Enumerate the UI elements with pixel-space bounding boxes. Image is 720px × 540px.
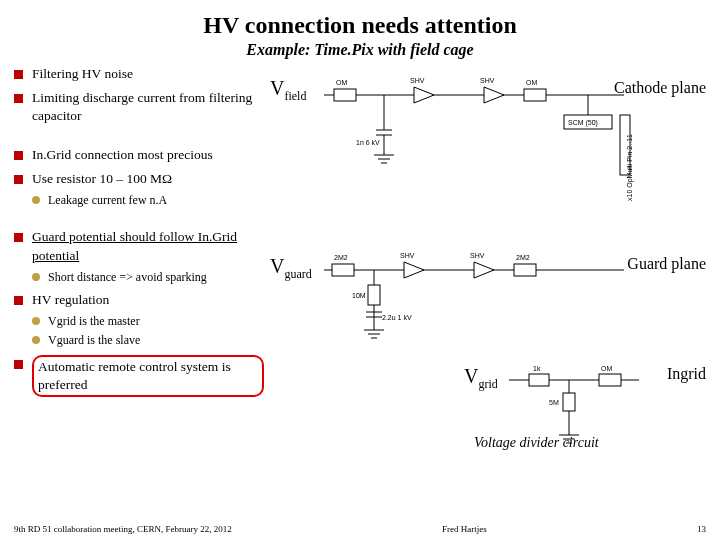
svg-text:2M2: 2M2 — [334, 254, 348, 261]
sub-bullet: Short distance => avoid sparking — [32, 269, 264, 285]
sub-bullet: Vgrid is the master — [32, 313, 264, 329]
svg-text:5M: 5M — [549, 399, 559, 406]
v-field-label: Vfield — [270, 77, 306, 104]
ingrid-label: Ingrid — [667, 365, 706, 383]
sub-bullet: Vguard is the slave — [32, 332, 264, 348]
svg-text:x10 OpMulti Pin 2..11: x10 OpMulti Pin 2..11 — [626, 134, 634, 201]
svg-text:OM: OM — [601, 365, 612, 372]
svg-rect-46 — [563, 393, 575, 411]
bullet-text: HV regulation — [32, 292, 109, 307]
page-title: HV connection needs attention — [14, 12, 706, 39]
svg-marker-25 — [404, 262, 424, 278]
subtitle: Example: Time.Pix with field cage — [14, 41, 706, 59]
svg-text:1n 6 kV: 1n 6 kV — [356, 139, 380, 146]
svg-text:OM: OM — [336, 79, 347, 86]
highlight-box: Automatic remote control system is prefe… — [32, 355, 264, 397]
svg-rect-7 — [524, 89, 546, 101]
v-guard-label: Vguard — [270, 255, 312, 282]
svg-text:SHV: SHV — [410, 77, 425, 84]
schematic-area: Vfield Vguard Vgrid Cathode plane Guard … — [264, 65, 706, 403]
svg-rect-43 — [599, 374, 621, 386]
svg-rect-32 — [368, 285, 380, 305]
svg-text:10M: 10M — [352, 292, 366, 299]
v-grid-label: Vgrid — [464, 365, 498, 392]
svg-rect-23 — [332, 264, 354, 276]
svg-text:SHV: SHV — [470, 252, 485, 259]
footer-right: 13 — [697, 524, 706, 534]
bullet: Use resistor 10 – 100 MΩ Leakage current… — [14, 170, 264, 208]
bullet-list: Filtering HV noise Limiting discharge cu… — [14, 65, 264, 403]
svg-rect-1 — [334, 89, 356, 101]
footer-center: Fred Hartjes — [442, 524, 487, 534]
svg-rect-29 — [514, 264, 536, 276]
svg-text:SHV: SHV — [400, 252, 415, 259]
cathode-circuit: OM SHV SHV OM 1n 6 kV — [324, 75, 634, 187]
footer-left: 9th RD 51 collaboration meeting, CERN, F… — [14, 524, 232, 534]
svg-text:2.2u 1 kV: 2.2u 1 kV — [382, 314, 412, 321]
svg-text:OM: OM — [526, 79, 537, 86]
guard-circuit: 2M2 SHV SHV 2M2 10M 2.2u 1 kV — [324, 250, 634, 352]
svg-text:2M2: 2M2 — [516, 254, 530, 261]
svg-marker-3 — [414, 87, 434, 103]
svg-text:SHV: SHV — [480, 77, 495, 84]
bullet-text: Use resistor 10 – 100 MΩ — [32, 171, 172, 186]
footer: 9th RD 51 collaboration meeting, CERN, F… — [14, 524, 706, 534]
svg-text:1k: 1k — [533, 365, 541, 372]
grid-circuit: 1k OM 5M — [509, 365, 649, 457]
svg-marker-5 — [484, 87, 504, 103]
bullet: In.Grid connection most precious — [14, 146, 264, 164]
sub-bullet: Leakage current few n.A — [32, 192, 264, 208]
bullet: Limiting discharge current from filterin… — [14, 89, 264, 125]
bullet: Guard potential should follow In.Grid po… — [14, 228, 264, 285]
bullet: Filtering HV noise — [14, 65, 264, 83]
svg-marker-27 — [474, 262, 494, 278]
bullet: Automatic remote control system is prefe… — [14, 355, 264, 397]
svg-rect-41 — [529, 374, 549, 386]
guard-plane-label: Guard plane — [627, 255, 706, 273]
svg-text:SCM (50): SCM (50) — [568, 119, 598, 127]
bullet: HV regulation Vgrid is the master Vguard… — [14, 291, 264, 349]
bullet-text: Guard potential should follow In.Grid po… — [32, 229, 237, 262]
